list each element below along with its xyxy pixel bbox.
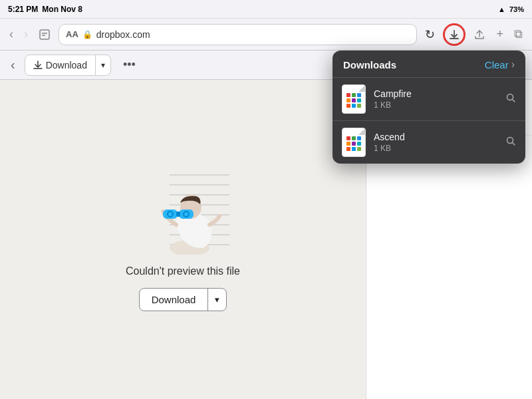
downloads-header: Downloads Clear › — [332, 51, 525, 78]
svg-point-24 — [184, 212, 188, 216]
downloads-title: Downloads — [343, 59, 396, 70]
svg-point-23 — [168, 212, 172, 216]
page-back-button[interactable]: ‹ — [8, 55, 18, 75]
download-main-button[interactable]: Download — [25, 55, 96, 75]
campfire-size: 1 KB — [374, 100, 497, 110]
address-bar[interactable]: AA 🔒 dropbox.com — [59, 24, 417, 45]
share-button[interactable] — [471, 26, 488, 43]
bookmarks-button[interactable] — [36, 26, 53, 43]
font-size-label: AA — [66, 29, 78, 39]
status-bar: 5:21 PM Mon Nov 8 ▲ 73% — [0, 0, 532, 19]
download-button-group: Download ▾ — [25, 55, 111, 76]
download-item-info-ascend: Ascend 1 KB — [374, 132, 497, 153]
battery: 73% — [509, 5, 524, 13]
new-tab-button[interactable]: + — [493, 25, 506, 44]
download-item-campfire: Campfire 1 KB — [332, 78, 525, 121]
ascend-search-button[interactable] — [505, 136, 516, 149]
download-file-button[interactable]: Download — [140, 289, 209, 311]
download-item-ascend: Ascend 1 KB — [332, 121, 525, 164]
preview-illustration — [130, 168, 236, 255]
date: Mon Nov 8 — [42, 5, 82, 14]
download-file-button-group: Download ▾ — [139, 288, 227, 311]
preview-message: Couldn't preview this file — [126, 265, 240, 277]
svg-line-29 — [513, 143, 515, 146]
svg-rect-0 — [40, 30, 49, 39]
wifi-icon: ▲ — [498, 5, 505, 13]
svg-rect-20 — [176, 211, 180, 217]
more-options-button[interactable]: ••• — [118, 55, 141, 74]
lock-icon: 🔒 — [82, 30, 92, 39]
ascend-name: Ascend — [374, 132, 497, 142]
forward-browser-button[interactable]: › — [21, 25, 31, 44]
downloads-scroll-button[interactable]: › — [511, 59, 515, 70]
download-circle-button[interactable] — [443, 23, 466, 46]
tabs-button[interactable]: ⧉ — [511, 25, 525, 44]
browser-toolbar: ‹ › AA 🔒 dropbox.com ↻ + ⧉ — [0, 19, 532, 51]
time: 5:21 PM — [8, 5, 38, 14]
url-text: dropbox.com — [96, 29, 150, 40]
svg-line-27 — [513, 100, 515, 102]
back-browser-button[interactable]: ‹ — [7, 25, 16, 44]
download-label: Download — [46, 60, 87, 70]
status-left: 5:21 PM Mon Nov 8 — [8, 5, 82, 14]
download-item-info-campfire: Campfire 1 KB — [374, 88, 497, 110]
status-right: ▲ 73% — [498, 5, 524, 13]
downloads-popup: Downloads Clear › Campfire 1 KB — [332, 51, 525, 164]
left-pane: Couldn't preview this file Download ▾ — [0, 80, 366, 399]
downloads-clear-button[interactable]: Clear — [485, 59, 509, 70]
file-icon-ascend — [342, 128, 366, 157]
ascend-size: 1 KB — [374, 144, 497, 153]
refresh-button[interactable]: ↻ — [422, 25, 438, 45]
campfire-search-button[interactable] — [505, 92, 516, 106]
file-icon-campfire — [342, 84, 366, 114]
download-caret-button[interactable]: ▾ — [96, 55, 110, 75]
download-file-caret-button[interactable]: ▾ — [208, 289, 226, 310]
campfire-name: Campfire — [374, 88, 497, 99]
